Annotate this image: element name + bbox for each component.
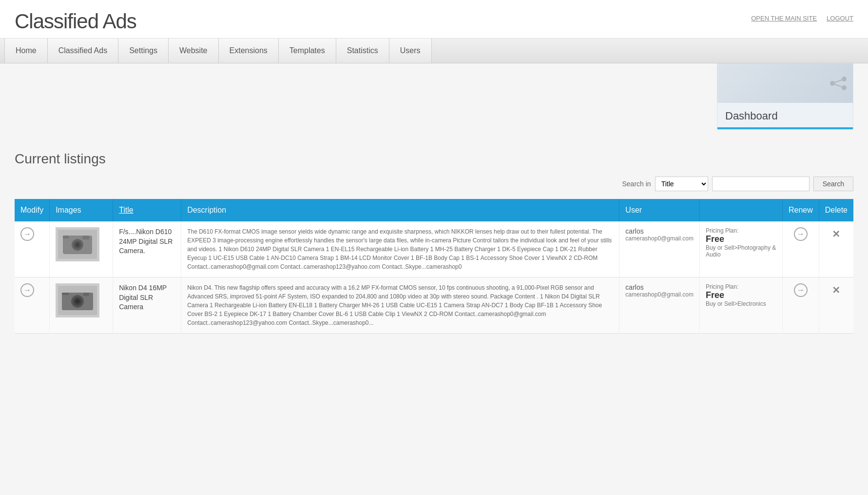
- col-header-renew: Renew: [782, 199, 819, 221]
- cell-title-1: F/s....Nikon D610 24MP Digital SLR Camer…: [113, 221, 181, 277]
- col-header-images: Images: [50, 199, 113, 221]
- search-input[interactable]: [712, 177, 810, 191]
- nav-item-statistics[interactable]: Statistics: [336, 39, 389, 63]
- cell-modify-2: →: [15, 277, 50, 334]
- cell-pricing-2: Pricing Plan: Free Buy or Sell>Electroni…: [699, 277, 782, 334]
- open-main-site-link[interactable]: OPEN THE MAIN SITE: [751, 15, 817, 22]
- svg-line-3: [832, 79, 844, 83]
- cell-modify-1: →: [15, 221, 50, 277]
- nav-item-settings[interactable]: Settings: [118, 39, 169, 63]
- cell-desc-1: The D610 FX-format CMOS image sensor yie…: [181, 221, 619, 277]
- modify-arrow-icon-2[interactable]: →: [20, 283, 34, 297]
- col-header-pricing: [699, 199, 782, 221]
- search-bar: Search in Title Description User Search: [15, 177, 853, 191]
- col-header-title[interactable]: Title: [113, 199, 181, 221]
- camera-image-2: [58, 286, 97, 315]
- nav-item-website[interactable]: Website: [168, 39, 219, 63]
- header-links: OPEN THE MAIN SITE LOGOUT: [751, 15, 853, 22]
- cell-title-2: Nikon D4 16MP Digital SLR Camera: [113, 277, 181, 334]
- dashboard-label: Dashboard: [717, 103, 853, 122]
- col-header-user: User: [619, 199, 700, 221]
- title-sort-link[interactable]: Title: [119, 206, 134, 214]
- svg-rect-11: [63, 236, 69, 238]
- svg-point-2: [830, 81, 835, 86]
- svg-rect-18: [62, 293, 69, 295]
- cell-renew-1: →: [782, 221, 819, 277]
- cell-renew-2: →: [782, 277, 819, 334]
- listing-thumbnail-2: [56, 283, 99, 317]
- svg-point-16: [75, 299, 80, 304]
- search-in-label: Search in: [622, 180, 651, 188]
- section-title: Current listings: [15, 151, 853, 167]
- svg-line-4: [832, 83, 844, 88]
- cell-images-1: [50, 221, 113, 277]
- dashboard-bar: [717, 127, 853, 129]
- main-nav: Home Classified Ads Settings Website Ext…: [0, 39, 868, 63]
- delete-icon-2[interactable]: ✕: [829, 283, 843, 297]
- camera-image-1: [58, 230, 97, 259]
- table-header: Modify Images Title Description User Ren…: [15, 199, 853, 221]
- col-header-modify: Modify: [15, 199, 50, 221]
- header: Classified Ads OPEN THE MAIN SITE LOGOUT: [0, 0, 868, 39]
- page-title: Classified Ads: [15, 10, 136, 33]
- main-content: Dashboard Current listings Search in Tit…: [0, 63, 868, 343]
- table-row: →: [15, 221, 853, 277]
- col-header-description: Description: [181, 199, 619, 221]
- logout-link[interactable]: LOGOUT: [827, 15, 853, 22]
- svg-rect-10: [82, 236, 89, 239]
- svg-rect-17: [83, 293, 89, 296]
- search-button[interactable]: Search: [813, 177, 853, 191]
- modify-arrow-icon-1[interactable]: →: [20, 227, 34, 241]
- renew-arrow-icon-2[interactable]: →: [794, 283, 808, 297]
- search-select[interactable]: Title Description User: [655, 177, 708, 191]
- cell-images-2: [50, 277, 113, 334]
- cell-user-2: carlos camerashop0@gmail.com: [619, 277, 700, 334]
- table-row: →: [15, 277, 853, 334]
- dashboard-card: Dashboard: [717, 63, 853, 130]
- dashboard-card-header: [717, 64, 853, 103]
- svg-point-9: [76, 243, 79, 247]
- listings-table: Modify Images Title Description User Ren…: [15, 199, 853, 334]
- delete-icon-1[interactable]: ✕: [829, 227, 843, 241]
- nav-item-users[interactable]: Users: [389, 39, 432, 63]
- cell-user-1: carlos camerashop0@gmail.com: [619, 221, 700, 277]
- nav-item-home[interactable]: Home: [4, 39, 48, 63]
- table-body: →: [15, 221, 853, 334]
- col-header-delete: Delete: [819, 199, 853, 221]
- listing-thumbnail-1: [56, 227, 99, 261]
- cell-pricing-1: Pricing Plan: Free Buy or Sell>Photograp…: [699, 221, 782, 277]
- cell-desc-2: Nikon D4. This new flagship offers speed…: [181, 277, 619, 334]
- nav-item-classified-ads[interactable]: Classified Ads: [47, 39, 119, 63]
- renew-arrow-icon-1[interactable]: →: [794, 227, 808, 241]
- nav-item-templates[interactable]: Templates: [278, 39, 336, 63]
- nav-item-extensions[interactable]: Extensions: [218, 39, 279, 63]
- share-icon: [829, 76, 848, 91]
- cell-delete-2: ✕: [819, 277, 853, 334]
- cell-delete-1: ✕: [819, 221, 853, 277]
